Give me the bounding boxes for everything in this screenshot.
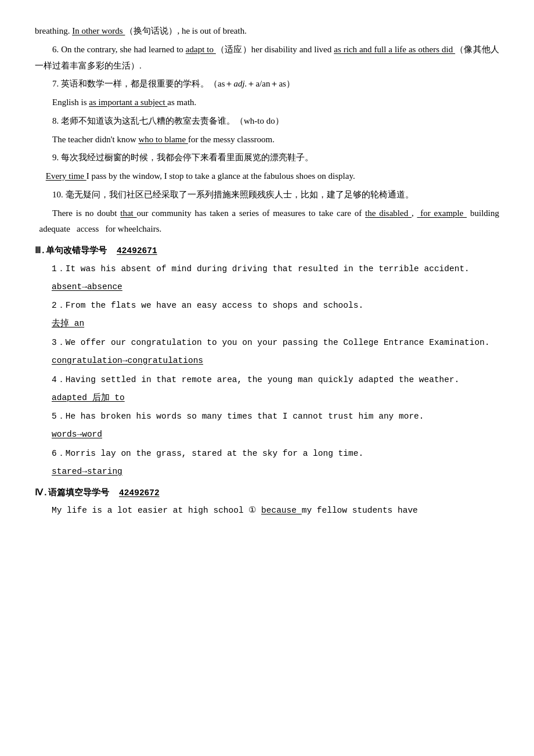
item-7-en: English is as important a subject as mat…: [35, 95, 499, 111]
s3-item-1-correction: absent→absence: [35, 279, 499, 295]
item-10-blank3: for example: [417, 208, 467, 218]
section4-blank1: because: [261, 506, 302, 515]
item-9-zh: 9. 每次我经过橱窗的时候，我都会停下来看看里面展览的漂亮鞋子。: [35, 150, 499, 166]
breathing-text-before: breathing.: [35, 26, 70, 35]
s3-item-4-text: 4．Having settled in that remote area, th…: [35, 372, 499, 388]
item-9-blank: Every time: [46, 171, 86, 181]
breathing-text-after: （换句话说）, he is out of breath.: [125, 26, 247, 35]
section4-intro: My life is a lot easier at high school ①…: [35, 503, 499, 519]
section3-heading: Ⅲ.单句改错导学号 42492671: [35, 243, 499, 259]
item-6-num: 6. On the contrary, she had learned to: [52, 45, 186, 54]
item-6: 6. On the contrary, she had learned to a…: [35, 42, 499, 74]
item-9-en: Every time I pass by the window, I stop …: [35, 168, 499, 185]
s3-item-5-correction: words→word: [35, 427, 499, 442]
item-6-blank2: as rich and full a life as others did: [334, 45, 455, 54]
item-6-blank1: adapt to: [186, 45, 216, 54]
item-10-en-line1: There is no doubt that our community has…: [35, 206, 499, 238]
s3-item-2-text: 2．From the flats we have an easy access …: [35, 298, 499, 314]
s3-item-6-correction: stared→staring: [35, 464, 499, 480]
s3-item-3-text: 3．We offer our congratulation to you on …: [35, 335, 499, 351]
s3-item-2-correction: 去掉 an: [35, 316, 499, 332]
item-8-zh: 8. 老师不知道该为这乱七八糟的教室去责备谁。（wh-to do）: [35, 113, 499, 129]
item-7-zh: 7. 英语和数学一样，都是很重要的学科。（as＋adj.＋a/an＋as）: [35, 76, 499, 92]
item-10-zh: 10. 毫无疑问，我们社区已经采取了一系列措施来照顾残疾人士，比如，建了足够的轮…: [35, 187, 499, 203]
item-8-blank: who to blame: [138, 135, 187, 144]
item-10-blank1: that: [120, 208, 136, 218]
section4-heading: Ⅳ.语篇填空导学号 42492672: [35, 485, 499, 501]
item-7-blank: as important a subject: [89, 98, 167, 107]
page-content: breathing. In other words （换句话说）, he is …: [35, 23, 499, 519]
s3-item-1-text: 1．It was his absent of mind during drivi…: [35, 261, 499, 277]
s3-item-6-text: 6．Morris lay on the grass, stared at the…: [35, 446, 499, 462]
in-other-words-blank: In other words: [72, 26, 125, 35]
s3-item-3-correction: congratulation→congratulations: [35, 353, 499, 369]
s3-item-5-text: 5．He has broken his words so many times …: [35, 409, 499, 424]
breathing-paragraph: breathing. In other words （换句话说）, he is …: [35, 23, 499, 39]
s3-item-4-correction: adapted 后加 to: [35, 390, 499, 406]
item-10-blank2: the disabled: [365, 208, 412, 218]
item-8-en: The teacher didn't know who to blame for…: [35, 132, 499, 148]
item-6-mid: （适应）her disability and lived: [216, 45, 334, 54]
